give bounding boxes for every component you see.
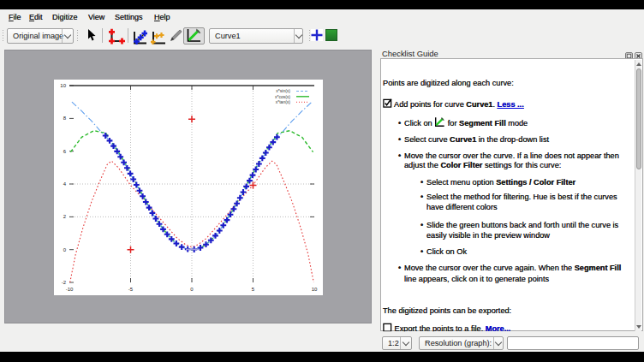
svg-text:x*sin(x): x*sin(x) xyxy=(276,88,290,93)
svg-text:-10: -10 xyxy=(66,287,74,292)
svg-text:x*tan(x): x*tan(x) xyxy=(276,99,291,104)
svg-text:-5: -5 xyxy=(128,287,134,292)
svg-text:x*cos(x): x*cos(x) xyxy=(275,94,290,99)
svg-text:10: 10 xyxy=(60,83,66,88)
svg-text:10: 10 xyxy=(312,287,318,292)
svg-text:-2: -2 xyxy=(62,280,67,285)
